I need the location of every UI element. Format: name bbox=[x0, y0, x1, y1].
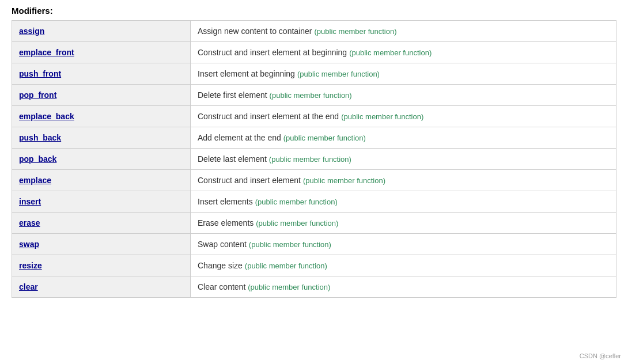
func-link-clear[interactable]: clear bbox=[19, 282, 38, 291]
desc-cell-assign: Assign new content to container(public m… bbox=[191, 21, 616, 42]
desc-tag-clear: (public member function) bbox=[248, 283, 330, 291]
func-cell-resize: resize bbox=[12, 255, 191, 276]
desc-cell-pop_back: Delete last element(public member functi… bbox=[191, 149, 616, 170]
func-link-erase[interactable]: erase bbox=[19, 218, 40, 227]
func-cell-push_front: push_front bbox=[12, 63, 191, 85]
desc-main-emplace_front: Construct and insert element at beginnin… bbox=[198, 48, 347, 57]
func-link-insert[interactable]: insert bbox=[19, 197, 41, 206]
desc-main-assign: Assign new content to container bbox=[198, 26, 312, 36]
desc-tag-pop_front: (public member function) bbox=[270, 91, 352, 100]
desc-cell-emplace_front: Construct and insert element at beginnin… bbox=[191, 42, 616, 63]
func-cell-emplace_back: emplace_back bbox=[12, 106, 191, 127]
func-link-resize[interactable]: resize bbox=[19, 261, 42, 270]
desc-cell-emplace: Construct and insert element(public memb… bbox=[191, 170, 616, 191]
desc-main-erase: Erase elements bbox=[198, 218, 254, 227]
desc-tag-emplace_front: (public member function) bbox=[349, 48, 432, 57]
desc-cell-resize: Change size(public member function) bbox=[191, 255, 616, 276]
func-cell-erase: erase bbox=[12, 213, 191, 234]
table-row: emplace_backConstruct and insert element… bbox=[12, 106, 616, 127]
desc-cell-swap: Swap content(public member function) bbox=[191, 234, 616, 255]
table-row: push_frontInsert element at beginning(pu… bbox=[12, 63, 616, 85]
desc-main-pop_back: Delete last element bbox=[198, 154, 267, 164]
func-link-pop_front[interactable]: pop_front bbox=[19, 90, 56, 100]
desc-tag-erase: (public member function) bbox=[256, 219, 338, 227]
desc-main-resize: Change size bbox=[198, 261, 243, 270]
desc-tag-resize: (public member function) bbox=[245, 261, 327, 270]
func-link-emplace_front[interactable]: emplace_front bbox=[19, 48, 74, 57]
desc-main-pop_front: Delete first element bbox=[198, 90, 267, 100]
table-row: push_backAdd element at the end(public m… bbox=[12, 127, 616, 149]
desc-cell-insert: Insert elements(public member function) bbox=[191, 191, 616, 213]
desc-main-push_front: Insert element at beginning bbox=[198, 69, 295, 78]
desc-tag-assign: (public member function) bbox=[314, 27, 396, 36]
desc-main-insert: Insert elements bbox=[198, 197, 253, 206]
desc-cell-clear: Clear content(public member function) bbox=[191, 276, 616, 298]
desc-tag-push_back: (public member function) bbox=[283, 134, 366, 142]
desc-main-swap: Swap content bbox=[198, 240, 247, 249]
desc-cell-emplace_back: Construct and insert element at the end(… bbox=[191, 106, 616, 127]
desc-tag-pop_back: (public member function) bbox=[269, 155, 351, 164]
func-link-emplace_back[interactable]: emplace_back bbox=[19, 112, 74, 121]
func-cell-pop_front: pop_front bbox=[12, 85, 191, 106]
table-row: resizeChange size(public member function… bbox=[12, 255, 616, 276]
func-link-swap[interactable]: swap bbox=[19, 240, 39, 249]
func-cell-pop_back: pop_back bbox=[12, 149, 191, 170]
table-row: emplace_frontConstruct and insert elemen… bbox=[12, 42, 616, 63]
func-cell-swap: swap bbox=[12, 234, 191, 255]
func-cell-clear: clear bbox=[12, 276, 191, 298]
func-link-assign[interactable]: assign bbox=[19, 26, 44, 36]
table-row: emplaceConstruct and insert element(publ… bbox=[12, 170, 616, 191]
desc-cell-pop_front: Delete first element(public member funct… bbox=[191, 85, 616, 106]
table-row: clearClear content(public member functio… bbox=[12, 276, 616, 298]
desc-main-emplace_back: Construct and insert element at the end bbox=[198, 112, 339, 121]
table-row: assignAssign new content to container(pu… bbox=[12, 21, 616, 42]
table-row: swapSwap content(public member function) bbox=[12, 234, 616, 255]
func-cell-assign: assign bbox=[12, 21, 191, 42]
func-cell-insert: insert bbox=[12, 191, 191, 213]
table-row: insertInsert elements(public member func… bbox=[12, 191, 616, 213]
desc-main-clear: Clear content bbox=[198, 282, 245, 291]
func-cell-emplace_front: emplace_front bbox=[12, 42, 191, 63]
desc-main-emplace: Construct and insert element bbox=[198, 176, 301, 185]
page-container: Modifiers: assignAssign new content to c… bbox=[0, 0, 628, 304]
desc-main-push_back: Add element at the end bbox=[198, 133, 281, 142]
table-row: pop_frontDelete first element(public mem… bbox=[12, 85, 616, 106]
table-row: eraseErase elements(public member functi… bbox=[12, 213, 616, 234]
desc-tag-emplace_back: (public member function) bbox=[341, 112, 423, 121]
func-link-push_front[interactable]: push_front bbox=[19, 69, 61, 78]
desc-cell-erase: Erase elements(public member function) bbox=[191, 213, 616, 234]
desc-cell-push_back: Add element at the end(public member fun… bbox=[191, 127, 616, 149]
desc-tag-emplace: (public member function) bbox=[303, 176, 385, 185]
desc-cell-push_front: Insert element at beginning(public membe… bbox=[191, 63, 616, 85]
modifiers-table: assignAssign new content to container(pu… bbox=[12, 20, 616, 298]
table-row: pop_backDelete last element(public membe… bbox=[12, 149, 616, 170]
func-link-push_back[interactable]: push_back bbox=[19, 133, 61, 142]
func-link-emplace[interactable]: emplace bbox=[19, 176, 51, 185]
func-cell-emplace: emplace bbox=[12, 170, 191, 191]
func-cell-push_back: push_back bbox=[12, 127, 191, 149]
func-link-pop_back[interactable]: pop_back bbox=[19, 154, 56, 164]
desc-tag-insert: (public member function) bbox=[255, 198, 338, 206]
section-title: Modifiers: bbox=[12, 6, 616, 16]
desc-tag-push_front: (public member function) bbox=[297, 70, 380, 78]
desc-tag-swap: (public member function) bbox=[249, 240, 331, 249]
watermark: CSDN @cefler bbox=[580, 352, 621, 359]
